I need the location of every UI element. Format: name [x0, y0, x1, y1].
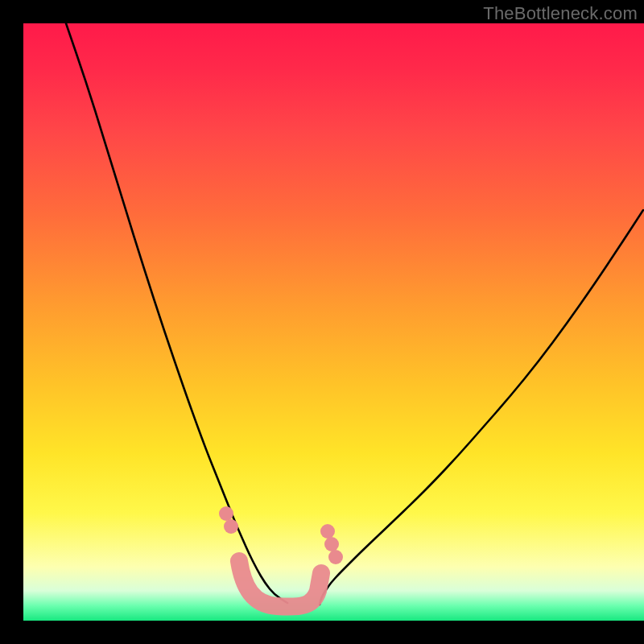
data-marker — [328, 550, 343, 564]
marker-group — [219, 506, 343, 607]
data-marker — [224, 519, 238, 534]
data-marker — [324, 537, 339, 551]
data-marker — [320, 524, 335, 539]
right-curve — [320, 210, 643, 605]
chart-frame — [23, 0, 644, 621]
left-curve — [66, 23, 287, 603]
valley-marker-band — [239, 561, 321, 607]
curve-layer — [23, 23, 644, 621]
curve-group — [66, 23, 643, 605]
watermark: TheBottleneck.com — [483, 3, 638, 24]
plot-area — [23, 23, 644, 621]
data-marker — [219, 506, 233, 521]
